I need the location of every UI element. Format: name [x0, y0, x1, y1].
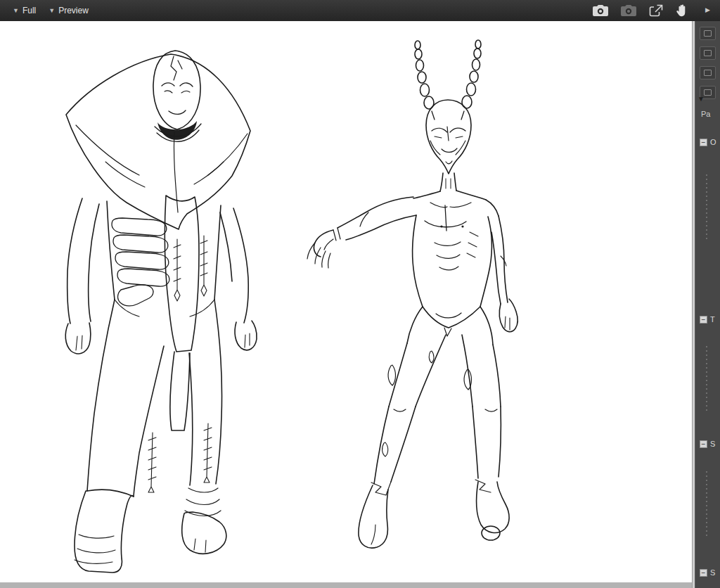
camera-icon[interactable]: [592, 4, 609, 17]
collapse-box-icon[interactable]: −: [700, 569, 707, 577]
panel-title-clipped: Pa: [701, 110, 710, 118]
parameter-group-row[interactable]: − S: [700, 440, 715, 448]
collapse-box-icon[interactable]: −: [700, 139, 707, 146]
view-mode-dropdown[interactable]: ▼ Full: [13, 6, 36, 15]
chevron-down-icon: ▼: [49, 8, 55, 14]
panel-collapse-arrow-icon[interactable]: ▼: [698, 96, 705, 103]
viewport-toolbar: ▼ Full ▼ Preview: [0, 0, 720, 22]
collapse-box-icon[interactable]: −: [700, 316, 707, 324]
chevron-down-icon: ▼: [13, 8, 19, 14]
pane-grip-handle[interactable]: [706, 471, 707, 536]
antennae-alien-line-art: [307, 40, 518, 548]
pan-hand-icon[interactable]: [675, 4, 688, 18]
collapse-box-icon[interactable]: −: [700, 440, 707, 448]
pane-grip-handle[interactable]: [706, 174, 707, 239]
pane-grip-handle[interactable]: [706, 346, 707, 411]
right-dock-panel: ▼ Pa − O − T − S − S: [695, 21, 720, 588]
toolbar-overflow-arrow-icon[interactable]: ▶: [705, 7, 710, 13]
parameter-group-row[interactable]: − O: [700, 138, 716, 146]
application-window: ▼ Full ▼ Preview: [0, 0, 720, 588]
parameter-group-row[interactable]: − T: [700, 315, 715, 324]
export-icon[interactable]: [648, 4, 664, 18]
group-label: T: [710, 315, 715, 324]
group-label: S: [710, 568, 715, 577]
view-mode-label: Full: [22, 6, 36, 15]
hooded-alien-line-art: [65, 51, 257, 573]
render-camera-icon[interactable]: [620, 4, 637, 17]
parameter-group-row[interactable]: − S: [700, 568, 715, 577]
panel-tool-icon[interactable]: [700, 66, 716, 79]
toolbar-icon-group: [592, 0, 688, 21]
preview-dropdown[interactable]: ▼ Preview: [49, 6, 89, 15]
preview-label: Preview: [58, 6, 89, 15]
group-label: S: [710, 440, 715, 448]
group-label: O: [710, 138, 716, 146]
panel-tool-icon[interactable]: [700, 27, 716, 40]
panel-toolbar: [700, 27, 716, 99]
panel-tool-icon[interactable]: [700, 46, 716, 60]
viewport-canvas[interactable]: [0, 21, 692, 582]
